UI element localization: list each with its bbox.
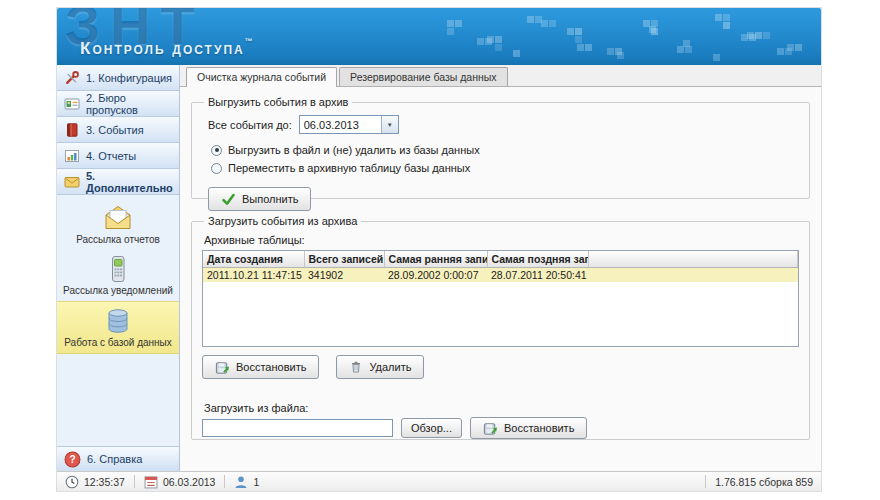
- sidebar-filler: [57, 354, 179, 446]
- column-header-total-records[interactable]: Всего записей: [304, 251, 384, 267]
- status-separator: [224, 475, 225, 488]
- cell-creation-date: 2011.10.21 11:47:15: [203, 267, 304, 282]
- date-combobox-value: 06.03.2013: [300, 116, 381, 133]
- import-group-title: Загрузить события из архива: [204, 215, 361, 227]
- app-window: ЗНТ Контроль доступа™ 1. Конфигурация: [57, 8, 821, 491]
- check-icon: [221, 192, 236, 207]
- main-area: Очистка журнала событий Резервирование б…: [180, 65, 821, 471]
- export-group-title: Выгрузить события в архив: [204, 96, 352, 108]
- clock-icon: [65, 475, 79, 489]
- restore-icon: [215, 360, 230, 375]
- chevron-down-icon[interactable]: ▼: [381, 116, 398, 133]
- pixel-decoration: [477, 38, 484, 45]
- status-date-value: 06.03.2013: [163, 476, 216, 488]
- radio-label: Переместить в архивную таблицу базы данн…: [228, 162, 470, 174]
- status-separator: [705, 475, 706, 488]
- wrench-icon: [64, 70, 80, 86]
- status-version: 1.76.815 сборка 859: [715, 476, 813, 488]
- status-users-count: 1: [253, 476, 259, 488]
- tab-event-log-cleanup[interactable]: Очистка журнала событий: [186, 67, 337, 87]
- sidebar-subitem-database-work[interactable]: Работа с базой данных: [57, 301, 179, 354]
- sidebar-subpanel-additional: Рассылка отчетов Рассылка уведомлений: [57, 195, 179, 354]
- file-path-input[interactable]: [202, 419, 393, 437]
- tab-bar: Очистка журнала событий Резервирование б…: [180, 65, 821, 87]
- radio-label: Выгрузить в файл и (не) удалить из базы …: [228, 144, 480, 156]
- status-separator: [134, 475, 135, 488]
- archive-tables-grid[interactable]: Дата создания Всего записей Самая ранняя…: [202, 250, 799, 347]
- column-header-empty[interactable]: [588, 251, 798, 267]
- svg-text:?: ?: [69, 454, 75, 465]
- radio-button[interactable]: [211, 163, 222, 174]
- status-users: 1: [234, 475, 259, 489]
- sidebar-subitem-label: Рассылка отчетов: [76, 234, 160, 245]
- envelope-icon: [64, 174, 80, 190]
- restore-button-label: Восстановить: [236, 361, 306, 373]
- table-row[interactable]: 2011.10.21 11:47:15 341902 28.09.2002 0:…: [203, 267, 798, 282]
- radio-move-to-archive-table[interactable]: Переместить в архивную таблицу базы данн…: [211, 162, 799, 174]
- sidebar-item-configuration[interactable]: 1. Конфигурация: [57, 65, 179, 91]
- sidebar-item-events[interactable]: 3. События: [57, 117, 179, 143]
- tab-page: Выгрузить события в архив Все события до…: [180, 87, 821, 471]
- cell-latest-record: 28.07.2011 20:50:41: [487, 267, 588, 282]
- app-title: Контроль доступа™: [80, 37, 253, 59]
- restore-icon: [483, 421, 498, 436]
- sidebar-item-reports[interactable]: 4. Отчеты: [57, 143, 179, 169]
- radio-button-checked[interactable]: [211, 145, 222, 156]
- archive-tables-label: Архивные таблицы:: [204, 234, 799, 246]
- browse-button-label: Обзор...: [411, 422, 452, 434]
- restore-button[interactable]: Восстановить: [202, 355, 319, 379]
- column-header-latest-record[interactable]: Самая поздняя запись: [487, 251, 588, 267]
- sidebar-item-pass-bureau[interactable]: 2. Бюро пропусков: [57, 91, 179, 117]
- user-icon: [234, 475, 248, 489]
- trash-icon: [349, 360, 363, 374]
- date-label: Все события до:: [208, 119, 292, 131]
- sidebar-item-label: 2. Бюро пропусков: [86, 92, 179, 116]
- sidebar-subitem-label: Работа с базой данных: [64, 337, 172, 348]
- journal-icon: [64, 122, 80, 138]
- sidebar-subitem-label: Рассылка уведомлений: [63, 285, 173, 296]
- restore-from-file-button[interactable]: Восстановить: [470, 417, 587, 439]
- sidebar-item-label: 3. События: [86, 124, 144, 136]
- phone-icon: [103, 254, 133, 284]
- app-title-text: Контроль доступа: [80, 39, 245, 58]
- export-events-group: Выгрузить события в архив Все события до…: [191, 96, 810, 199]
- import-events-group: Загрузить события из архива Архивные таб…: [191, 215, 810, 440]
- delete-button[interactable]: Удалить: [336, 355, 424, 379]
- tab-database-backup[interactable]: Резервирование базы данных: [339, 67, 508, 86]
- column-header-earliest-record[interactable]: Самая ранняя запись: [384, 251, 487, 267]
- sidebar: 1. Конфигурация 2. Бюро пропусков: [57, 65, 180, 471]
- sidebar-item-label: 1. Конфигурация: [86, 72, 172, 84]
- delete-button-label: Удалить: [369, 361, 411, 373]
- sidebar-item-label: 4. Отчеты: [86, 150, 136, 162]
- execute-button-label: Выполнить: [242, 193, 298, 205]
- cell-empty: [588, 267, 798, 282]
- status-date: 06.03.2013: [144, 475, 216, 489]
- title-bar: ЗНТ Контроль доступа™: [57, 8, 821, 65]
- cell-earliest-record: 28.09.2002 0:00:07: [384, 267, 487, 282]
- restore-from-file-button-label: Восстановить: [504, 422, 574, 434]
- badge-icon: [64, 96, 80, 112]
- load-from-file-label: Загрузить из файла:: [204, 402, 799, 414]
- database-icon: [103, 306, 133, 336]
- sidebar-item-help[interactable]: ? 6. Справка: [57, 446, 179, 471]
- trademark-symbol: ™: [245, 37, 253, 46]
- sidebar-item-additional[interactable]: 5. Дополнительно: [57, 169, 179, 195]
- status-time-value: 12:35:37: [84, 476, 125, 488]
- chart-icon: [64, 148, 80, 164]
- help-icon: ?: [64, 451, 81, 468]
- sidebar-subitem-report-mailing[interactable]: Рассылка отчетов: [57, 199, 179, 250]
- sidebar-item-label: 5. Дополнительно: [86, 170, 179, 194]
- status-time: 12:35:37: [65, 475, 125, 489]
- cell-total-records: 341902: [304, 267, 384, 282]
- sidebar-subitem-notification-mailing[interactable]: Рассылка уведомлений: [57, 250, 179, 301]
- calendar-icon: [144, 475, 158, 489]
- browse-button[interactable]: Обзор...: [401, 418, 462, 438]
- execute-button[interactable]: Выполнить: [208, 187, 311, 211]
- date-combobox[interactable]: 06.03.2013 ▼: [299, 115, 399, 134]
- status-bar: 12:35:37 06.03.2013 1 1.76.815 сборка 85…: [57, 471, 821, 491]
- column-header-creation-date[interactable]: Дата создания: [203, 251, 304, 267]
- radio-export-to-file[interactable]: Выгрузить в файл и (не) удалить из базы …: [211, 144, 799, 156]
- table-header-row: Дата создания Всего записей Самая ранняя…: [203, 251, 798, 267]
- pixel-decoration: [447, 20, 454, 27]
- sidebar-item-label: 6. Справка: [87, 453, 142, 465]
